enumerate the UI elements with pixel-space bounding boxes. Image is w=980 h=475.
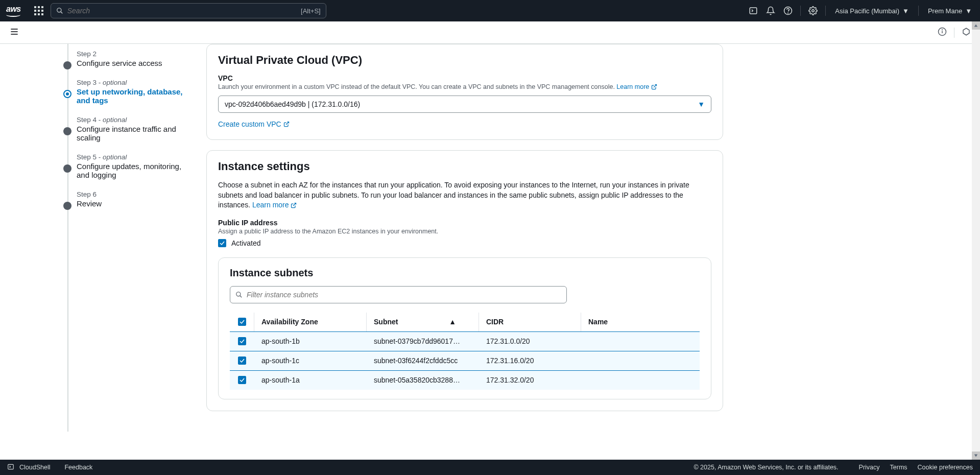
step-title: Configure updates, monitoring, and loggi… [77,162,184,179]
activated-checkbox[interactable] [218,239,226,247]
info-icon[interactable] [938,27,947,38]
activated-label: Activated [231,239,261,247]
row-checkbox[interactable] [238,376,246,384]
select-all-col [230,313,254,331]
vpc-select[interactable]: vpc-092d406b6aed49d9b | (172.31.0.0/16) … [218,96,711,113]
step-2[interactable]: Step 2 Configure service access [56,50,184,67]
cell-subnet: subnet-0379cb7dd96017… [367,331,479,351]
create-vpc-link[interactable]: Create custom VPC [218,120,290,128]
external-link-icon [283,121,290,127]
svg-marker-12 [963,28,969,35]
row-checkbox[interactable] [238,337,246,345]
cell-subnet: subnet-05a35820cb3288… [367,370,479,390]
svg-line-17 [240,296,242,298]
instance-settings-desc: Choose a subnet in each AZ for the insta… [218,180,711,210]
step-label: Step 3 [77,79,97,86]
hexagon-icon[interactable] [962,27,971,38]
col-subnet[interactable]: Subnet ▲ [367,313,479,331]
global-search[interactable]: [Alt+S] [51,3,326,18]
vpc-field-label: VPC [218,74,711,82]
step-optional: optional [103,79,127,86]
sort-asc-icon: ▲ [449,318,456,326]
step-label: Step 6 [77,191,97,198]
settings-icon[interactable] [808,6,818,16]
chevron-down-icon: ▼ [965,7,972,15]
svg-line-1 [61,12,63,14]
row-checkbox[interactable] [238,357,246,365]
cell-cidr: 172.31.16.0/20 [479,351,581,370]
subnets-heading: Instance subnets [230,267,700,279]
instance-settings-panel: Instance settings Choose a subnet in eac… [206,150,723,411]
cell-az: ap-south-1c [254,351,367,370]
sub-header [0,21,980,44]
pubip-label: Public IP address [218,219,711,227]
cell-name [581,370,700,390]
cloudshell-icon[interactable] [748,6,758,16]
main-content: Virtual Private Cloud (VPC) VPC Launch y… [194,44,735,442]
cell-name [581,351,700,370]
vpc-panel: Virtual Private Cloud (VPC) VPC Launch y… [206,44,723,140]
search-icon [56,7,63,14]
col-name[interactable]: Name [581,313,700,331]
account-menu[interactable]: Prem Mane ▼ [926,7,974,15]
wizard-steps: Step 2 Configure service access Step 3 -… [0,44,194,442]
table-row[interactable]: ap-south-1c subnet-03f6244f2cfddc5cc 172… [230,351,700,370]
scrollbar[interactable] [972,21,980,442]
step-3[interactable]: Step 3 - optional Set up networking, dat… [56,79,184,105]
services-grid-icon[interactable] [34,6,43,15]
step-label: Step 5 [77,153,97,161]
instance-settings-heading: Instance settings [218,160,711,173]
external-link-icon [291,202,297,208]
step-optional: optional [103,116,127,124]
col-cidr[interactable]: CIDR [479,313,581,331]
step-6[interactable]: Step 6 Review [56,191,184,208]
step-title: Review [77,199,184,208]
svg-point-16 [236,292,241,296]
step-title: Configure instance traffic and scaling [77,125,184,142]
step-title: Configure service access [77,59,184,67]
top-nav: aws [Alt+S] Asia Pacific (Mumbai) ▼ Prem… [0,0,980,21]
pubip-desc: Assign a public IP address to the Amazon… [218,228,711,235]
learn-more-link[interactable]: Learn more [616,83,657,90]
select-all-checkbox[interactable] [238,318,246,326]
cell-az: ap-south-1a [254,370,367,390]
table-row[interactable]: ap-south-1b subnet-0379cb7dd96017… 172.3… [230,331,700,351]
region-selector[interactable]: Asia Pacific (Mumbai) ▼ [833,7,911,15]
svg-line-15 [293,203,296,206]
vpc-field-desc: Launch your environment in a custom VPC … [218,83,711,90]
vpc-select-value: vpc-092d406b6aed49d9b | (172.31.0.0/16) [225,100,360,108]
cell-cidr: 172.31.0.0/20 [479,331,581,351]
step-label: Step 2 [77,50,97,58]
step-title: Set up networking, database, and tags [77,87,184,105]
step-label: Step 4 [77,116,97,124]
search-hint: [Alt+S] [301,7,321,15]
svg-point-11 [942,30,943,30]
cell-az: ap-south-1b [254,331,367,351]
instance-subnets-panel: Instance subnets Availability Zone [218,257,711,399]
notifications-icon[interactable] [766,6,776,16]
svg-line-13 [654,85,657,88]
step-5[interactable]: Step 5 - optional Configure updates, mon… [56,153,184,179]
aws-logo[interactable]: aws [6,5,21,17]
svg-point-0 [57,8,61,12]
chevron-down-icon: ▼ [902,7,909,15]
cell-subnet: subnet-03f6244f2cfddc5cc [367,351,479,370]
learn-more-link[interactable]: Learn more [252,201,297,209]
search-icon [235,291,243,298]
subnets-filter[interactable] [230,286,567,303]
vpc-heading: Virtual Private Cloud (VPC) [218,54,711,67]
step-4[interactable]: Step 4 - optional Configure instance tra… [56,116,184,142]
svg-point-4 [788,13,788,13]
scroll-up-icon[interactable] [972,21,980,30]
table-row[interactable]: ap-south-1a subnet-05a35820cb3288… 172.3… [230,370,700,390]
col-az[interactable]: Availability Zone [254,313,367,331]
search-input[interactable] [67,7,301,15]
help-icon[interactable] [783,6,793,16]
svg-marker-18 [974,25,977,27]
subnets-filter-input[interactable] [247,291,561,299]
svg-point-5 [812,10,815,12]
region-label: Asia Pacific (Mumbai) [835,7,899,15]
svg-line-14 [286,122,289,125]
chevron-down-icon: ▼ [698,100,705,108]
hamburger-icon[interactable] [9,27,19,38]
